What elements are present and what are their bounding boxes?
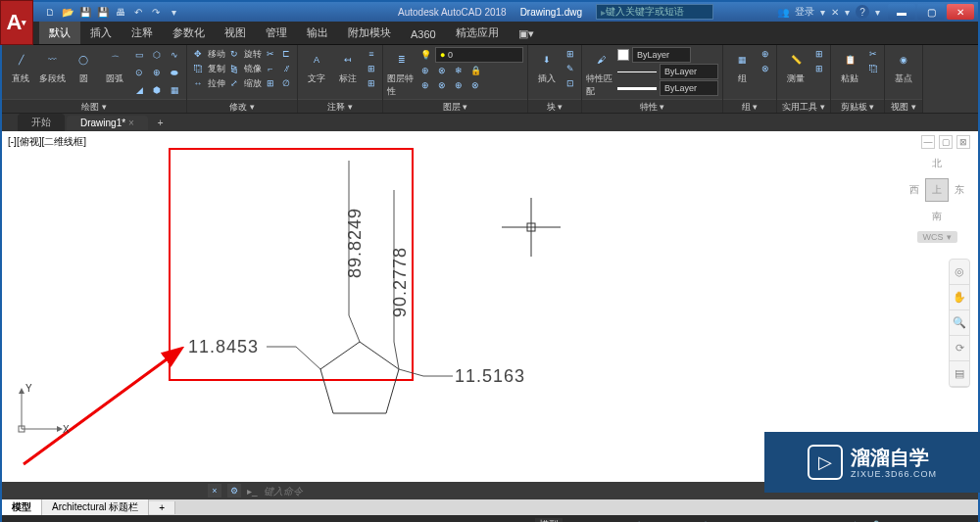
panel-clip-label[interactable]: 剪贴板 ▾ [831,99,884,113]
tab-featured[interactable]: 精选应用 [446,22,509,44]
tab-insert[interactable]: 插入 [80,22,122,44]
otrack-icon[interactable]: ∠ [694,517,713,522]
isolate-icon[interactable]: ⊡ [909,517,929,522]
viewport-close-icon[interactable]: ⊠ [956,135,970,149]
add-tab-button[interactable]: + [150,116,172,130]
tab-addins[interactable]: 附加模块 [338,22,401,44]
layout1-tab[interactable]: Architectural 标题栏 [42,499,149,515]
qat-more-icon[interactable]: ▾ [167,5,180,19]
lineweight-dropdown[interactable]: ByLayer [660,80,718,96]
isodraft-icon[interactable]: ◬ [651,517,670,522]
qat-new-icon[interactable]: 🗋 [43,5,57,19]
tab-annotate[interactable]: 注释 [122,22,163,44]
text-tool[interactable]: A文字 [302,47,331,85]
tab-manage[interactable]: 管理 [256,22,297,44]
grid-icon[interactable]: ⊞ [564,517,584,522]
model-tab[interactable]: 模型 [2,499,42,515]
qat-open-icon[interactable]: 📂 [61,5,74,19]
layer-props-tool[interactable]: ≣图层特性 [387,47,416,98]
clean-icon[interactable]: ▣ [931,517,951,522]
tab-extra-icon[interactable]: ▣▾ [509,24,544,44]
linetype-dropdown[interactable]: ByLayer [660,64,718,79]
qat-redo-icon[interactable]: ↷ [149,5,163,19]
copy-tool[interactable]: ⿻复制 [191,62,225,75]
drawing-area[interactable]: [-][俯视][二维线框] — ▢ ⊠ 北 西 上 东 南 WCS▾ ◎ ✋ 🔍… [2,131,978,482]
scale-tool[interactable]: ⤢缩放 [227,76,262,90]
hardware-icon[interactable]: ◐ [888,517,907,522]
qat-save-icon[interactable]: 💾 [78,5,92,19]
nav-showmotion-icon[interactable]: ▤ [950,361,969,387]
panel-modify-label[interactable]: 修改 ▾ [187,99,297,113]
exchange-dropdown-icon[interactable]: ▾ [845,7,850,18]
snap-icon[interactable]: ⊡ [586,517,606,522]
paste-tool[interactable]: 📋粘贴 [835,47,864,85]
osnap-icon[interactable]: ◻ [672,517,692,522]
tab-output[interactable]: 输出 [297,22,338,44]
viewport-max-icon[interactable]: ▢ [939,135,953,149]
tab-a360[interactable]: A360 [401,24,446,44]
rotate-tool[interactable]: ↻旋转 [227,47,262,61]
viewcube-face[interactable]: 上 [925,178,949,202]
qat-undo-icon[interactable]: ↶ [131,5,145,19]
nav-pan-icon[interactable]: ✋ [950,285,969,310]
lock-icon[interactable]: 🔒 [866,517,886,522]
annomonitor-icon[interactable]: ⊕ [780,517,800,522]
workspace-icon[interactable]: ⚙ [845,517,864,522]
login-dropdown-icon[interactable]: ▾ [820,7,825,18]
tab-view[interactable]: 视图 [215,22,256,44]
mirror-tool[interactable]: ⧎镜像 [227,62,262,75]
matchprops-tool[interactable]: 🖌特性匹配 [586,47,615,98]
qat-plot-icon[interactable]: 🖶 [114,5,127,19]
stretch-tool[interactable]: ↔拉伸 [191,76,225,90]
minimize-button[interactable]: ▬ [888,4,915,20]
user-icon[interactable]: 👥 [777,7,789,18]
transparency-icon[interactable]: ◩ [737,517,757,522]
tab-default[interactable]: 默认 [39,22,80,44]
move-tool[interactable]: ✥移动 [191,47,225,61]
base-tool[interactable]: ◉基点 [889,47,918,85]
command-customize-icon[interactable]: ⚙ [227,484,241,498]
panel-view-label[interactable]: 视图 ▾ [885,99,922,113]
command-close-icon[interactable]: × [208,484,221,498]
layer-dropdown[interactable]: ● 0 [435,47,523,63]
panel-block-label[interactable]: 块 ▾ [528,99,581,113]
panel-layers-label[interactable]: 图层 ▾ [383,99,527,113]
nav-zoom-icon[interactable]: 🔍 [950,310,969,336]
customize-icon[interactable]: ≡ [953,517,972,522]
qat-saveas-icon[interactable]: 💾 [96,5,110,19]
app-logo[interactable]: A▾ [0,0,33,45]
measure-tool[interactable]: 📏测量 [781,47,810,85]
drawing-tab[interactable]: Drawing1* × [67,116,148,130]
rect-icon[interactable]: ▭ [131,47,147,63]
nav-wheel-icon[interactable]: ◎ [950,260,969,285]
maximize-button[interactable]: ▢ [917,4,945,20]
nav-orbit-icon[interactable]: ⟳ [950,336,969,361]
panel-annotate-label[interactable]: 注释 ▾ [298,99,382,113]
viewcube[interactable]: 北 西 上 东 南 WCS▾ [909,157,964,243]
quickprops-icon[interactable]: ⊡ [823,517,843,522]
color-dropdown[interactable]: ByLayer [632,47,691,63]
lineweight-icon[interactable]: ≡ [715,517,735,522]
exchange-icon[interactable]: ✕ [831,7,839,18]
help-dropdown-icon[interactable]: ▾ [875,7,880,18]
login-button[interactable]: 登录 [795,5,814,19]
close-button[interactable]: ✕ [947,4,974,20]
units-icon[interactable]: ⚖ [802,517,821,522]
close-tab-icon[interactable]: × [128,118,134,128]
dim-tool[interactable]: ↤标注 [333,47,363,85]
polar-icon[interactable]: ✛ [629,517,649,522]
cycling-icon[interactable]: ⟳ [759,517,778,522]
arc-tool[interactable]: ⌒圆弧 [100,47,129,85]
wcs-dropdown[interactable]: WCS▾ [917,231,957,243]
viewport-min-icon[interactable]: — [921,135,935,149]
help-icon[interactable]: ? [856,5,869,19]
circle-tool[interactable]: ◯圆 [69,47,98,85]
panel-utils-label[interactable]: 实用工具 ▾ [777,99,830,113]
tab-parametric[interactable]: 参数化 [163,22,215,44]
panel-props-label[interactable]: 特性 ▾ [582,99,722,113]
line-tool[interactable]: ╱直线 [6,47,35,85]
search-input[interactable]: ▸ 键入关键字或短语 [596,4,713,20]
polyline-tool[interactable]: 〰多段线 [37,47,67,85]
add-layout-button[interactable]: + [149,501,175,514]
start-tab[interactable]: 开始 [18,114,65,131]
